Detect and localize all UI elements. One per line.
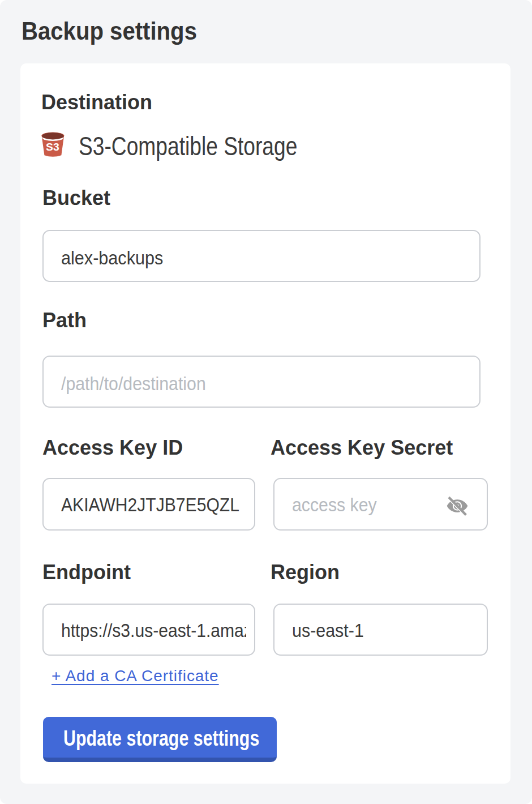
svg-text:S3: S3 (46, 141, 59, 152)
